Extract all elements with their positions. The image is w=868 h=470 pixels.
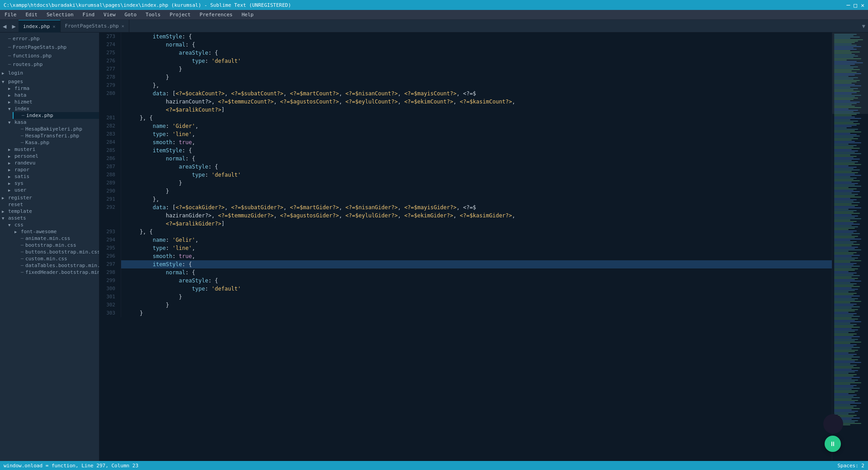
code-line[interactable]: 286 normal: { <box>99 155 832 163</box>
code-line[interactable]: 282 name: 'Gider', <box>99 122 832 130</box>
sidebar-folder-register[interactable]: ▶ register <box>0 194 99 201</box>
sidebar-file-hesaptransfer[interactable]: ─ HesapTransferi.php <box>13 132 99 139</box>
sidebar-file-datatables[interactable]: ─ dataTables.bootstrap.min.css <box>13 262 99 269</box>
sidebar-folder-kasa[interactable]: ▼ kasa <box>6 119 99 126</box>
sidebar-file-custom[interactable]: ─ custom.min.css <box>13 255 99 262</box>
sidebar-folder-css[interactable]: ▼ css <box>6 221 99 228</box>
tab-index-php-close[interactable]: ✕ <box>52 24 55 29</box>
line-number: 292 <box>99 203 121 212</box>
code-line[interactable]: 277 } <box>99 65 832 73</box>
code-line[interactable]: 283 type: 'line', <box>99 130 832 138</box>
code-line[interactable]: 273 itemStyle: { <box>99 33 832 41</box>
line-number: 301 <box>99 293 121 301</box>
line-content: } <box>121 73 832 81</box>
code-line[interactable]: 295 type: 'line', <box>99 244 832 252</box>
arrow-icon: ▶ <box>2 71 8 75</box>
code-line[interactable]: 296 smooth: true, <box>99 252 832 260</box>
tab-frontpagestats-close[interactable]: ✕ <box>122 24 124 28</box>
code-line[interactable]: 275 areaStyle: { <box>99 49 832 57</box>
sidebar-file-buttons-bootstrap[interactable]: ─ buttons.bootstrap.min.css <box>13 249 99 255</box>
sidebar-folder-hizmet[interactable]: ▶ hizmet <box>6 99 99 105</box>
line-number: 299 <box>99 277 121 285</box>
line-number: 296 <box>99 252 121 260</box>
code-line[interactable]: 291 }, <box>99 195 832 203</box>
code-line[interactable]: 284 smooth: true, <box>99 138 832 146</box>
menu-project[interactable]: Project <box>165 11 195 19</box>
sidebar-folder-rapor[interactable]: ▶ rapor <box>6 166 99 173</box>
sidebar-folder-user[interactable]: ▶ user <box>6 187 99 193</box>
sidebar-folder-satis[interactable]: ▶ satis <box>6 173 99 180</box>
menu-preferences[interactable]: Preferences <box>195 11 237 19</box>
sidebar-folder-assets[interactable]: ▼ assets <box>0 215 99 221</box>
sidebar-folder-index[interactable]: ▼ index <box>6 105 99 112</box>
sidebar-folder-font-awesome[interactable]: ▶ font-awesome <box>13 228 99 235</box>
sidebar-file-hesapbakiyeleri[interactable]: ─ HesapBakiyeleri.php <box>13 126 99 132</box>
close-button[interactable]: ✕ <box>861 2 864 9</box>
float-action-button[interactable]: ⏸ <box>825 436 841 452</box>
tab-expand-button[interactable]: ▼ <box>859 23 868 29</box>
menu-tools[interactable]: Tools <box>141 11 165 19</box>
arrow-icon: ▼ <box>2 80 8 84</box>
index-children: ─ index.php <box>6 112 99 119</box>
tab-frontpagestats-php[interactable]: FrontPageStats.php ✕ <box>61 20 129 33</box>
file-label: index.php <box>26 113 53 118</box>
title-bar: C:\xampp\htdocs\buradaki\kurumsal\pages\… <box>0 0 868 10</box>
line-number: 277 <box>99 65 121 73</box>
tab-prev-button[interactable]: ◀ <box>0 20 9 33</box>
code-line[interactable]: 298 normal: { <box>99 268 832 277</box>
menu-edit[interactable]: Edit <box>21 11 42 19</box>
menu-help[interactable]: Help <box>237 11 258 19</box>
minimize-button[interactable]: ─ <box>847 2 850 9</box>
code-line[interactable]: 280 data: [<?=$ocakCount?>, <?=$subatCou… <box>99 89 832 98</box>
code-line[interactable]: 292 data: [<?=$ocakGider?>, <?=$subatGid… <box>99 203 832 212</box>
code-line[interactable]: <?=$aralikCount?>] <box>99 106 832 114</box>
code-line[interactable]: 276 type: 'default' <box>99 57 832 65</box>
code-line[interactable]: 299 areaStyle: { <box>99 277 832 285</box>
code-line[interactable]: 279 }, <box>99 81 832 89</box>
code-line[interactable]: 287 areaStyle: { <box>99 163 832 171</box>
sidebar-folder-personel[interactable]: ▶ personel <box>6 153 99 160</box>
sidebar-file-fixedheader[interactable]: ─ fixedHeader.bootstrap.min.css <box>13 269 99 276</box>
code-line[interactable]: 302 } <box>99 301 832 309</box>
code-line[interactable]: 301 } <box>99 293 832 301</box>
code-line[interactable]: haziranCount?>, <?=$temmuzCount?>, <?=$a… <box>99 98 832 106</box>
sidebar-folder-reset[interactable]: reset <box>0 201 99 208</box>
code-line[interactable]: 288 type: 'default' <box>99 171 832 179</box>
code-line[interactable]: 293 }, { <box>99 228 832 236</box>
maximize-button[interactable]: □ <box>854 2 857 9</box>
code-line[interactable]: 303 } <box>99 309 832 317</box>
code-line[interactable]: haziranGider?>, <?=$temmuzGider?>, <?=$a… <box>99 212 832 220</box>
code-line[interactable]: 289 } <box>99 179 832 187</box>
code-line[interactable]: 290 } <box>99 187 832 195</box>
sidebar-folder-randevu[interactable]: ▶ randevu <box>6 160 99 166</box>
folder-label: font-awesome <box>21 229 57 235</box>
menu-file[interactable]: File <box>0 11 21 19</box>
code-line[interactable]: 300 type: 'default' <box>99 285 832 293</box>
folder-label: template <box>8 208 32 214</box>
code-line[interactable]: 281 }, { <box>99 114 832 122</box>
menu-selection[interactable]: Selection <box>42 11 78 19</box>
sidebar[interactable]: ─ error.php ─ FrontPageStats.php ─ funct… <box>0 33 99 461</box>
sidebar-folder-hata[interactable]: ▶ hata <box>6 92 99 99</box>
tab-index-php[interactable]: index.php ✕ <box>19 20 61 33</box>
sidebar-file-kasa[interactable]: ─ Kasa.php <box>13 139 99 146</box>
sidebar-file-bootstrap[interactable]: ─ bootstrap.min.css <box>13 242 99 249</box>
code-line[interactable]: <?=$aralikGider?>] <box>99 220 832 228</box>
sidebar-folder-musteri[interactable]: ▶ musteri <box>6 146 99 153</box>
code-line[interactable]: 297 itemStyle: { <box>99 260 832 268</box>
folder-label: reset <box>8 202 23 207</box>
sidebar-folder-sys[interactable]: ▶ sys <box>6 180 99 187</box>
menu-goto[interactable]: Goto <box>120 11 142 19</box>
menu-view[interactable]: View <box>99 11 120 19</box>
code-line[interactable]: 294 name: 'Gelir', <box>99 236 832 244</box>
menu-find[interactable]: Find <box>78 11 99 19</box>
code-line[interactable]: 274 normal: { <box>99 41 832 49</box>
sidebar-folder-template[interactable]: ▶ template <box>0 208 99 215</box>
code-line[interactable]: 285 itemStyle: { <box>99 146 832 155</box>
code-line[interactable]: 278 } <box>99 73 832 81</box>
sidebar-file-animate[interactable]: ─ animate.min.css <box>13 235 99 242</box>
code-panel[interactable]: 273 itemStyle: {274 normal: {275 areaSty… <box>99 33 832 461</box>
sidebar-folder-firma[interactable]: ▶ firma <box>6 85 99 92</box>
tab-next-button[interactable]: ▶ <box>9 20 18 33</box>
sidebar-file-index-php[interactable]: ─ index.php <box>13 112 99 119</box>
